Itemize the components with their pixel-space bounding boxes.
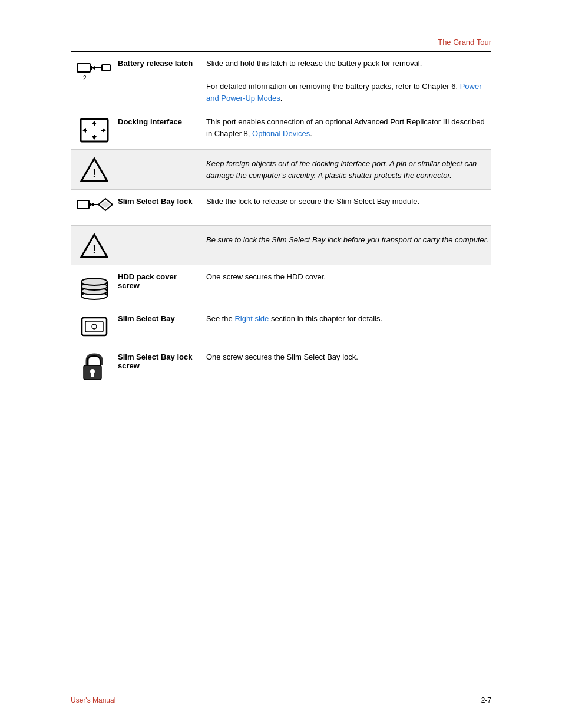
icon-cell-slim-lock [71, 196, 118, 219]
page: The Grand Tour 2 [0, 0, 562, 728]
caution-text-docking: Keep foreign objects out of the docking … [206, 156, 491, 183]
svg-marker-12 [82, 128, 86, 133]
table-row: Docking interface This port enables conn… [71, 110, 491, 150]
icon-cell-slim-bay [71, 313, 118, 339]
desc-docking-interface: This port enables connection of an optio… [206, 116, 491, 139]
svg-marker-14 [103, 128, 106, 133]
desc-text-2: For detailed information on removing the… [206, 82, 460, 91]
label-caution-1 [118, 156, 206, 157]
svg-marker-10 [92, 136, 97, 140]
label-slim-select-bay: Slim Select Bay [118, 313, 206, 323]
slim-lock-screw-icon [79, 353, 110, 382]
warning-icon-1: ! [80, 157, 108, 183]
docking-interface-icon [79, 117, 110, 143]
battery-latch-icon: 2 [76, 59, 113, 85]
content: 2 Battery release latch Slide and hold t… [0, 52, 562, 388]
svg-marker-8 [92, 121, 97, 124]
desc-slim-bay-after: section in this chapter for details. [271, 314, 382, 323]
icon-cell-slim-lock-screw [71, 351, 118, 382]
label-docking-interface: Docking interface [118, 116, 206, 126]
icon-cell-docking [71, 116, 118, 143]
svg-rect-17 [77, 200, 89, 209]
link-optional-devices[interactable]: Optional Devices [252, 129, 310, 138]
link-right-side[interactable]: Right side [234, 314, 269, 323]
icon-cell-warning-1: ! [71, 156, 118, 183]
desc-docking-text: This port enables connection of an optio… [206, 117, 485, 138]
svg-rect-37 [85, 321, 103, 332]
footer: User's Manual 2-7 [71, 693, 491, 704]
table-section: 2 Battery release latch Slide and hold t… [71, 52, 491, 388]
desc-slim-lock-screw-text: One screw secures the Slim Select Bay lo… [206, 353, 358, 361]
table-row: 2 Battery release latch Slide and hold t… [71, 52, 491, 110]
desc-text-1: Slide and hold this latch to release the… [206, 59, 422, 68]
icon-cell-battery: 2 [71, 58, 118, 85]
label-slim-select-bay-lock-screw: Slim Select Bay lock screw [118, 351, 206, 370]
svg-point-33 [81, 278, 107, 285]
desc-battery-release-latch: Slide and hold this latch to release the… [206, 58, 491, 104]
svg-text:2: 2 [83, 75, 87, 81]
desc-hdd-pack-cover-screw: One screw secures the HDD cover. [206, 271, 491, 283]
table-row: Slim Select Bay See the Right side secti… [71, 307, 491, 345]
svg-rect-41 [91, 373, 94, 377]
desc-docking-after: . [310, 129, 312, 138]
hdd-icon [79, 272, 110, 301]
desc-slim-select-bay-lock: Slide the lock to release or secure the … [206, 196, 491, 207]
footer-right-label: 2-7 [481, 696, 491, 704]
svg-rect-0 [77, 64, 90, 72]
label-caution-2 [118, 232, 206, 233]
header-section: The Grand Tour [0, 0, 562, 52]
slim-bay-icon [80, 314, 109, 339]
desc-slim-select-bay: See the Right side section in this chapt… [206, 313, 491, 325]
warning-icon-2: ! [80, 233, 108, 259]
header-title: The Grand Tour [71, 35, 491, 51]
desc-slim-bay-text: See the [206, 314, 234, 323]
slim-select-bay-lock-icon [76, 197, 113, 219]
svg-text:!: ! [92, 243, 97, 256]
footer-left-label: User's Manual [71, 696, 115, 704]
table-row: Slim Select Bay lock screw One screw sec… [71, 345, 491, 388]
svg-rect-4 [102, 65, 110, 71]
icon-cell-hdd [71, 271, 118, 301]
label-battery-release-latch: Battery release latch [118, 58, 206, 68]
label-hdd-pack-cover-screw: HDD pack cover screw [118, 271, 206, 290]
desc-slim-lock-text: Slide the lock to release or secure the … [206, 197, 419, 206]
icon-cell-warning-2: ! [71, 232, 118, 259]
caution-row-docking: ! Keep foreign objects out of the dockin… [71, 150, 491, 190]
table-row: Slim Select Bay lock Slide the lock to r… [71, 190, 491, 226]
desc-hdd-text: One screw secures the HDD cover. [206, 272, 326, 281]
table-row: HDD pack cover screw One screw secures t… [71, 265, 491, 307]
desc-text-3: . [280, 94, 283, 103]
label-slim-select-bay-lock: Slim Select Bay lock [118, 196, 206, 206]
caution-row-slim-bay: ! Be sure to lock the Slim Select Bay lo… [71, 226, 491, 265]
svg-text:!: ! [92, 167, 97, 180]
caution-text-slim-bay: Be sure to lock the Slim Select Bay lock… [206, 232, 491, 248]
svg-point-38 [92, 324, 97, 329]
desc-slim-select-bay-lock-screw: One screw secures the Slim Select Bay lo… [206, 351, 491, 363]
